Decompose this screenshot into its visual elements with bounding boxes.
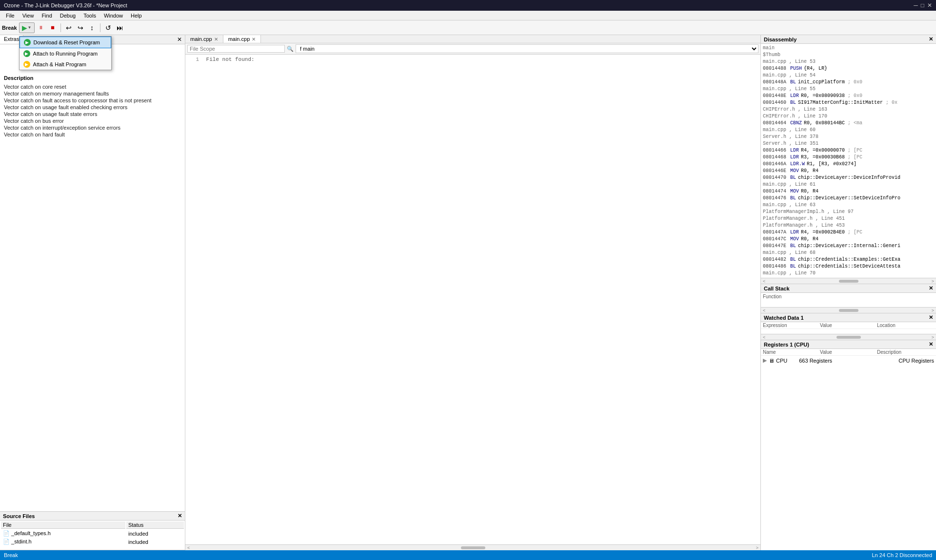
title-bar-controls[interactable]: ─ □ ✕ <box>914 2 932 9</box>
dropdown-item-download-reset[interactable]: ▶ Download & Reset Program <box>20 37 111 48</box>
maximize-button[interactable]: □ <box>921 2 924 9</box>
dis-line-5: 08014466LDRR4, =0x00000070 ; [PC <box>763 147 934 154</box>
dropdown-item-attach-halt-label: Attach & Halt Program <box>33 61 86 67</box>
dis-line-main: main <box>763 45 934 52</box>
wd-scroll-left[interactable]: < <box>763 335 765 340</box>
source-row-0-file: 📄 _default_types.h <box>1 530 125 537</box>
step-over-button[interactable]: ↩ <box>63 22 74 33</box>
reg-col-name: Name <box>763 349 820 355</box>
start-dropdown-menu: ▶ Download & Reset Program ▶ Attach to R… <box>19 36 112 70</box>
file-scope-bar: 🔍 f main <box>185 43 760 55</box>
watched-col-loc: Location <box>877 323 934 328</box>
reg-row-cpu[interactable]: ▶ 🖥 CPU 663 Registers CPU Registers <box>763 357 934 364</box>
next-button[interactable]: ⏭ <box>115 22 125 33</box>
menu-debug[interactable]: Debug <box>56 11 80 20</box>
source-row-1[interactable]: 📄 _stdint.h included <box>1 538 184 545</box>
editor-tab-1-close[interactable]: ✕ <box>252 37 256 42</box>
file-not-found-text: File not found: <box>206 57 255 62</box>
function-select[interactable]: f main <box>296 44 758 53</box>
menu-help[interactable]: Help <box>127 11 146 20</box>
watched-title: Watched Data 1 <box>764 315 804 321</box>
dis-line-src2: main.cpp , Line 55 <box>763 86 934 93</box>
menu-tools[interactable]: Tools <box>80 11 100 20</box>
description-title: Description <box>4 75 181 81</box>
editor-hscroll-thumb <box>461 546 485 549</box>
dis-line-src6: Server.h , Line 378 <box>763 134 934 140</box>
dis-line-15: 08014482BLchip::Credentials::Examples::G… <box>763 256 934 263</box>
editor-tab-0-close[interactable]: ✕ <box>214 37 218 42</box>
reg-expand-icon[interactable]: ▶ <box>763 357 767 364</box>
dropdown-item-attach-halt[interactable]: ▶ Attach & Halt Program <box>20 59 111 70</box>
main-area: Extras ✕ Description Vector catch on cor… <box>0 35 936 550</box>
watched-section: Watched Data 1 ✕ Expression Value Locati… <box>761 313 936 340</box>
status-right: Ln 24 Ch 2 Disconnected <box>872 552 932 558</box>
start-dropdown-button[interactable]: ▶▼ <box>19 22 35 33</box>
dis-line-src10: PlatformManagerImpl.h , Line 97 <box>763 209 934 215</box>
dis-line-2: 0801448ELDRR0, =0x08090938 ; 0x0 <box>763 93 934 99</box>
menu-view[interactable]: View <box>19 11 38 20</box>
status-left: Break <box>4 552 18 558</box>
editor-tab-0[interactable]: main.cpp ✕ <box>185 35 223 43</box>
dis-line-7: 0801446ALDR.WR1, [R3, #0x0274] <box>763 161 934 168</box>
source-files-panel: Source Files ✕ File Status 📄 _default <box>0 511 185 550</box>
source-files-close[interactable]: ✕ <box>178 513 182 519</box>
dis-line-src11: PlatformManager.h , Line 451 <box>763 215 934 222</box>
dis-hscroll-thumb <box>839 280 858 283</box>
dis-line-src14: main.cpp , Line 70 <box>763 270 934 277</box>
step-out-button[interactable]: ↕ <box>87 22 98 33</box>
source-row-0-status: included <box>126 530 184 537</box>
sep1 <box>60 23 61 32</box>
disassembly-header: Disassembly ✕ <box>761 35 936 44</box>
stop-button[interactable]: ⏹ <box>47 22 58 33</box>
editor-line-1: 1 File not found: <box>189 57 757 62</box>
disassembly-close[interactable]: ✕ <box>929 36 933 42</box>
watched-hscrollbar[interactable]: < > <box>761 334 936 340</box>
pause-button[interactable]: ⏸ <box>36 22 46 33</box>
desc-item-4: Vector catch on usage fault state errors <box>4 111 181 117</box>
dropdown-item-attach-running-label: Attach to Running Program <box>33 51 98 57</box>
callstack-close[interactable]: ✕ <box>929 285 933 291</box>
dis-line-src7: Server.h , Line 351 <box>763 140 934 147</box>
menu-window[interactable]: Window <box>100 11 127 20</box>
dis-line-src4: CHIPError.h , Line 170 <box>763 113 934 120</box>
editor-scroll-left[interactable]: < <box>187 545 190 550</box>
dis-hscrollbar[interactable]: < > <box>761 278 936 284</box>
menu-file[interactable]: File <box>2 11 19 20</box>
dis-scroll-left[interactable]: < <box>763 279 765 284</box>
reg-cpu-value: 663 Registers <box>799 358 896 364</box>
extras-close-button[interactable]: ✕ <box>174 35 185 44</box>
callstack-hscrollbar[interactable]: < > <box>761 307 936 313</box>
editor-scroll-right[interactable]: > <box>756 545 758 550</box>
wd-scroll-right[interactable]: > <box>932 335 934 340</box>
step-into-button[interactable]: ↪ <box>75 22 86 33</box>
source-row-0[interactable]: 📄 _default_types.h included <box>1 530 184 537</box>
close-button[interactable]: ✕ <box>927 2 932 9</box>
editor-tab-1[interactable]: main.cpp ✕ <box>223 35 261 43</box>
editor-tab-1-label: main.cpp <box>228 36 250 42</box>
watched-close[interactable]: ✕ <box>929 314 933 321</box>
registers-close[interactable]: ✕ <box>929 341 933 348</box>
cpu-icon: 🖥 <box>769 358 774 364</box>
file-scope-input[interactable] <box>187 45 285 53</box>
status-bar: Break Ln 24 Ch 2 Disconnected <box>0 550 936 560</box>
line-number-1: 1 <box>189 57 199 62</box>
dropdown-item-attach-running[interactable]: ▶ Attach to Running Program <box>20 48 111 59</box>
attach-halt-icon: ▶ <box>23 61 30 68</box>
reg-col-value: Value <box>820 349 877 355</box>
dis-line-12: 0801447ALDRR4, =0x0002B4E0 ; [PC <box>763 229 934 236</box>
source-files-title: Source Files <box>3 513 35 519</box>
desc-item-2: Vector catch on fault access to coproces… <box>4 97 181 103</box>
dis-line-8: 0801446EMOVR0, R4 <box>763 168 934 174</box>
reset-button[interactable]: ↺ <box>103 22 114 33</box>
menu-find[interactable]: Find <box>38 11 56 20</box>
dropdown-item-download-reset-label: Download & Reset Program <box>34 39 100 45</box>
cs-scroll-left[interactable]: < <box>763 308 765 313</box>
editor-tab-row: main.cpp ✕ main.cpp ✕ <box>185 35 760 43</box>
callstack-col-function: Function <box>763 294 934 300</box>
registers-content: ▶ 🖥 CPU 663 Registers CPU Registers <box>761 356 936 550</box>
editor-hscrollbar[interactable]: < > <box>185 544 760 550</box>
callstack-title: Call Stack <box>764 286 790 291</box>
dis-scroll-right[interactable]: > <box>932 279 934 284</box>
cs-scroll-right[interactable]: > <box>932 308 934 313</box>
minimize-button[interactable]: ─ <box>914 2 918 9</box>
